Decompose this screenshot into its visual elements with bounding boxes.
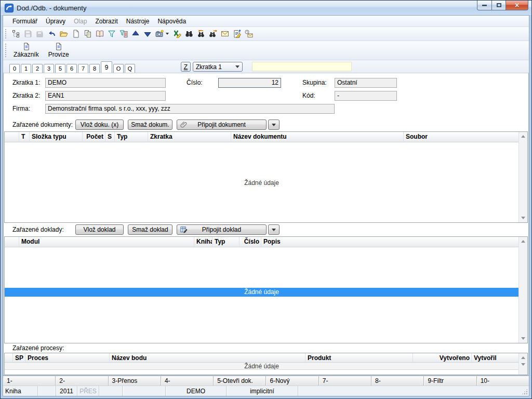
column-header-typ[interactable]: Typ	[212, 237, 240, 247]
camera-dropdown-icon[interactable]	[166, 33, 169, 35]
title-bar[interactable]: Dod./Odb. - dokumenty ×	[1, 1, 531, 15]
column-header-zkratka[interactable]: Zkratka	[148, 132, 231, 142]
tab-3[interactable]: 3	[44, 64, 54, 73]
column-header[interactable]	[5, 237, 19, 247]
documents-table-body[interactable]: Žádné údaje	[5, 142, 518, 222]
menu-zobrazit[interactable]: Zobrazit	[91, 17, 122, 26]
menu-napoveda[interactable]: Nápověda	[153, 17, 190, 26]
tab-8[interactable]: 8	[89, 64, 100, 73]
column-header-slozka-typu[interactable]: Složka typu	[30, 132, 83, 142]
receipts-scrollbar[interactable]	[518, 237, 527, 343]
column-header-typ[interactable]: Typ	[115, 132, 148, 142]
column-header-cislo[interactable]: Číslo	[240, 237, 261, 247]
zkratka2-field[interactable]: EAN1	[45, 91, 166, 101]
processes-scrollbar[interactable]	[518, 353, 527, 375]
minimize-button[interactable]	[477, 1, 492, 10]
insert-receipt-button[interactable]: Vlož doklad	[75, 224, 124, 235]
toolbar-grip[interactable]	[5, 29, 7, 38]
tab-q[interactable]: Q	[125, 64, 135, 73]
filter-button[interactable]	[105, 28, 117, 40]
tab-5[interactable]: 5	[55, 64, 65, 73]
column-header-vytvoreno[interactable]: Vytvořeno	[413, 353, 472, 362]
fkey-2[interactable]: 2-	[56, 376, 108, 385]
insert-document-button[interactable]: Vlož doku. (x)	[75, 119, 124, 130]
fkey-6[interactable]: 6-Nový	[266, 376, 318, 385]
copy-button[interactable]	[82, 28, 94, 40]
export-excel-button[interactable]	[171, 28, 183, 40]
fkey-8[interactable]: 8-	[371, 376, 424, 385]
delete-document-button[interactable]: Smaž dokum.	[128, 119, 172, 130]
scroll-down-icon[interactable]	[520, 361, 527, 368]
firma-field[interactable]: Demonstrační firma spol. s r.o., xxx, yy…	[45, 104, 335, 114]
tab-0[interactable]: 0	[9, 64, 20, 73]
edit-document-button[interactable]	[231, 28, 243, 40]
column-header-nazev-dokumentu[interactable]: Název dokumentu	[231, 132, 404, 142]
search-field-combo[interactable]: Zkratka 1	[193, 62, 243, 72]
scroll-up-icon[interactable]	[520, 354, 527, 361]
column-header-proces[interactable]: Proces	[25, 353, 110, 362]
column-header-s[interactable]: S	[105, 132, 115, 142]
toolbar-grip[interactable]	[5, 44, 7, 57]
mail-button[interactable]	[219, 28, 231, 40]
tab-1[interactable]: 1	[21, 64, 31, 73]
selected-row[interactable]: Žádné údaje	[5, 288, 518, 297]
tab-2[interactable]: 2	[32, 64, 43, 73]
attach-receipt-button[interactable]: Připojit doklad	[177, 224, 267, 235]
move-up-button[interactable]	[129, 28, 141, 40]
scroll-up-icon[interactable]	[520, 133, 527, 140]
receipts-table-body[interactable]: Žádné údaje	[5, 247, 518, 343]
move-down-button[interactable]	[141, 28, 153, 40]
column-header-t[interactable]: T	[19, 132, 30, 142]
scroll-up-icon[interactable]	[520, 238, 527, 245]
skupina-field[interactable]: Ostatní	[335, 78, 397, 88]
fkey-4[interactable]: 4-	[161, 376, 214, 385]
column-header-popis[interactable]: Popis	[261, 237, 518, 247]
hierarchy-button[interactable]	[10, 28, 22, 40]
column-header-sp[interactable]: SP	[13, 353, 25, 362]
tab-7[interactable]: 7	[78, 64, 88, 73]
column-header-vytvoril[interactable]: Vytvořil	[472, 353, 518, 362]
find-button[interactable]	[183, 28, 195, 40]
column-header[interactable]	[5, 132, 19, 142]
delete-receipt-button[interactable]: Smaž doklad	[128, 224, 172, 235]
column-header-nazev-bodu[interactable]: Název bodu	[110, 353, 305, 362]
column-header-pocet[interactable]: Počet	[83, 132, 105, 142]
find-next-button[interactable]	[207, 28, 219, 40]
column-header-produkt[interactable]: Produkt	[305, 353, 413, 362]
zakaznik-button[interactable]: Zákazník	[10, 41, 43, 60]
fkey-1[interactable]: 1-	[3, 376, 56, 385]
tab-6[interactable]: 6	[66, 64, 77, 73]
undo-button[interactable]	[46, 28, 58, 40]
documents-scrollbar[interactable]	[518, 132, 527, 222]
fkey-7[interactable]: 7-	[319, 376, 371, 385]
fkey-5[interactable]: 5-Otevři dok.	[214, 376, 266, 385]
column-header-soubor[interactable]: Soubor	[404, 132, 518, 142]
attach-receipt-dropdown[interactable]	[268, 224, 280, 235]
column-header-kniha[interactable]: Kniha	[194, 237, 212, 247]
column-header-modul[interactable]: Modul	[19, 237, 194, 247]
filter-document-button[interactable]	[117, 28, 129, 40]
tab-9-active[interactable]: 9	[101, 61, 112, 73]
camera-button[interactable]	[153, 28, 165, 40]
menu-formular[interactable]: Formulář	[8, 17, 42, 26]
tab-o[interactable]: O	[113, 64, 124, 73]
open-button[interactable]	[58, 28, 70, 40]
fkey-3[interactable]: 3-Přenos	[109, 376, 161, 385]
attach-document-dropdown[interactable]	[268, 119, 280, 130]
find-previous-button[interactable]	[195, 28, 207, 40]
kod-field[interactable]: -	[335, 91, 397, 101]
fkey-10[interactable]: 10-	[477, 376, 529, 385]
column-header[interactable]	[5, 353, 13, 362]
new-document-button[interactable]	[70, 28, 82, 40]
restore-button[interactable]	[492, 1, 506, 10]
provize-button[interactable]: Provize	[45, 41, 73, 60]
cislo-field[interactable]: 12	[218, 78, 281, 88]
fkey-9[interactable]: 9-Filtr	[424, 376, 476, 385]
scroll-down-icon[interactable]	[520, 215, 527, 221]
scroll-down-icon[interactable]	[520, 335, 527, 342]
menu-upravy[interactable]: Úpravy	[42, 17, 70, 26]
open-book-button[interactable]	[94, 28, 105, 40]
quick-search-input[interactable]	[252, 62, 352, 71]
send-mail-button[interactable]	[243, 28, 255, 40]
zkratka1-field[interactable]: DEMO	[45, 78, 166, 88]
